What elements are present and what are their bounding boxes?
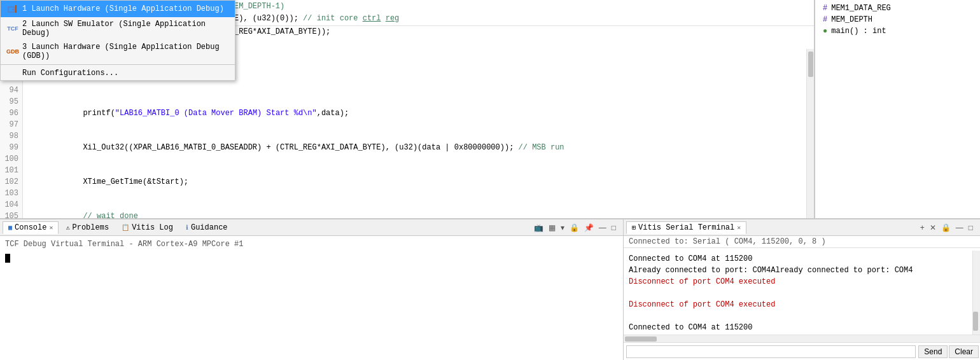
- problems-tab-icon: ⚠: [66, 224, 69, 232]
- serial-scroll-lock-btn[interactable]: 🔒: [939, 222, 953, 233]
- scroll-lock-btn[interactable]: 🔒: [568, 222, 581, 233]
- outline-label: MEM1_DATA_REG: [831, 4, 891, 13]
- display-btn[interactable]: ▦: [547, 222, 557, 233]
- code-vscrollbar[interactable]: [806, 49, 814, 218]
- serial-msg-4: [629, 287, 975, 299]
- console-tabs: ▦ Console ✕ ⚠ Problems 📋 Vitis Log ℹ: [0, 219, 623, 236]
- console-cursor: [5, 254, 10, 263]
- maximize-btn[interactable]: □: [610, 222, 618, 233]
- outline-item-main: ● main() : int: [815, 25, 980, 37]
- dropdown-item-label: 3 Launch Hardware (Single Application De…: [22, 43, 228, 60]
- dropdown-item-launch-gdb[interactable]: GDB 3 Launch Hardware (Single Applicatio…: [1, 40, 235, 63]
- serial-tabs: ⊞ Vitis Serial Terminal ✕ + ✕ 🔒 — □: [624, 219, 980, 236]
- serial-status-bar: Connected to: Serial ( COM4, 115200, 0, …: [624, 236, 980, 248]
- dropdown-btn[interactable]: ▾: [559, 222, 566, 233]
- tab-guidance[interactable]: ℹ Guidance: [180, 221, 234, 234]
- pin-btn[interactable]: 📌: [582, 222, 596, 233]
- close-terminal-btn[interactable]: ✕: [928, 222, 938, 233]
- dropdown-item-launch-sw[interactable]: TCF 2 Launch SW Emulator (Single Applica…: [1, 17, 235, 40]
- serial-toolbar: + ✕ 🔒 — □: [916, 222, 977, 233]
- send-button[interactable]: Send: [918, 345, 948, 358]
- tab-vitis-log[interactable]: 📋 Vitis Log: [116, 221, 179, 234]
- serial-content[interactable]: Connected to COM4 at 115200 Already conn…: [624, 251, 980, 335]
- serial-hscrollbar-thumb: [625, 336, 657, 342]
- serial-panel: ⊞ Vitis Serial Terminal ✕ + ✕ 🔒 — □ Conn…: [624, 219, 980, 360]
- outline-panel: # MEM1_DATA_REG # MEM_DEPTH ● main() : i…: [815, 0, 980, 218]
- open-console-btn[interactable]: 📺: [532, 222, 545, 233]
- serial-msg-6: [629, 310, 975, 322]
- info-tab-icon: ℹ: [186, 224, 188, 232]
- dropdown-item-launch-hw[interactable]: 1 Launch Hardware (Single Application De…: [1, 1, 235, 17]
- serial-hscrollbar[interactable]: [624, 335, 980, 342]
- outline-item-memdepth: # MEM_DEPTH: [815, 14, 980, 25]
- add-terminal-btn[interactable]: +: [918, 222, 927, 233]
- serial-msg-5: Disconnect of port COM4 executed: [629, 299, 975, 310]
- console-title: TCF Debug Virtual Terminal - ARM Cortex-…: [5, 239, 618, 250]
- serial-maximize-btn[interactable]: □: [967, 222, 975, 233]
- serial-msg-1: Connected to COM4 at 115200: [629, 253, 975, 265]
- gdb-icon: GDB: [7, 46, 18, 57]
- serial-vscrollbar-thumb: [973, 312, 978, 331]
- console-tab-label: Console: [15, 223, 46, 232]
- console-tab-icon: ▦: [8, 224, 12, 232]
- minimize-btn[interactable]: —: [597, 222, 608, 233]
- outline-label: MEM_DEPTH: [831, 15, 872, 24]
- console-tab-close[interactable]: ✕: [49, 224, 53, 232]
- outline-item-mem1: # MEM1_DATA_REG: [815, 3, 980, 14]
- serial-minimize-btn[interactable]: —: [954, 222, 965, 233]
- tcf-icon: TCF: [7, 23, 18, 34]
- console-panel: ▦ Console ✕ ⚠ Problems 📋 Vitis Log ℹ: [0, 219, 624, 360]
- serial-msg-7: Connected to COM4 at 115200: [629, 322, 975, 333]
- run-configurations-link[interactable]: Run Configurations...: [1, 66, 235, 80]
- clear-button[interactable]: Clear: [949, 345, 979, 358]
- serial-input-area: Send Clear: [624, 342, 980, 360]
- serial-msg-2: Already connected to port: COM4Already c…: [629, 265, 975, 276]
- serial-vscrollbar[interactable]: [972, 251, 980, 335]
- problems-tab-label: Problems: [73, 223, 109, 232]
- outline-label: main() : int: [831, 27, 886, 36]
- debug-hw-icon: [7, 3, 18, 15]
- console-content[interactable]: TCF Debug Virtual Terminal - ARM Cortex-…: [0, 236, 623, 360]
- serial-text-input[interactable]: [626, 345, 916, 358]
- log-tab-label: Vitis Log: [132, 223, 173, 232]
- vscrollbar-thumb: [808, 52, 813, 77]
- log-tab-icon: 📋: [122, 224, 129, 232]
- dropdown-item-label: 2 Launch SW Emulator (Single Application…: [22, 20, 228, 38]
- console-cursor-line: [5, 253, 618, 264]
- tab-problems[interactable]: ⚠ Problems: [60, 221, 115, 234]
- bottom-area: ▦ Console ✕ ⚠ Problems 📋 Vitis Log ℹ: [0, 219, 980, 360]
- dropdown-separator: [1, 64, 235, 65]
- tab-serial-terminal[interactable]: ⊞ Vitis Serial Terminal ✕: [626, 221, 746, 234]
- serial-tab-label: Vitis Serial Terminal: [638, 223, 734, 232]
- serial-msg-3: Disconnect of port COM4 executed: [629, 276, 975, 287]
- console-toolbar: 📺 ▦ ▾ 🔒 📌 — □: [529, 222, 620, 233]
- serial-tab-icon: ⊞: [632, 224, 636, 232]
- run-dropdown-menu: 1 Launch Hardware (Single Application De…: [0, 0, 235, 81]
- serial-tab-close[interactable]: ✕: [737, 224, 741, 232]
- tab-console[interactable]: ▦ Console ✕: [3, 221, 59, 234]
- dropdown-item-label: 1 Launch Hardware (Single Application De…: [22, 4, 224, 13]
- guidance-tab-label: Guidance: [191, 223, 228, 232]
